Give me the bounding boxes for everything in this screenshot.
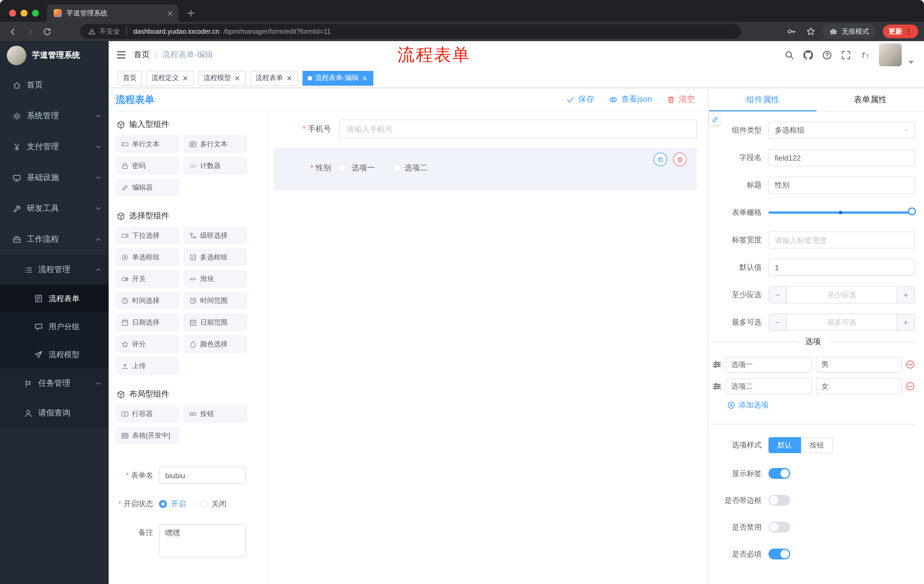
field-name-input[interactable] — [769, 149, 915, 166]
decrease-button[interactable]: − — [769, 314, 787, 330]
component-chip-radio-group[interactable]: 单选框组 — [116, 248, 179, 266]
component-chip-rate[interactable]: 评分 — [116, 336, 179, 352]
sidebar-item-process-management[interactable]: 流程管理 — [0, 255, 109, 285]
sidebar-item-home[interactable]: 首页 — [0, 70, 109, 100]
fullscreen-icon[interactable] — [841, 50, 851, 60]
github-icon[interactable] — [804, 50, 813, 60]
sidebar-item-process-model[interactable]: 流程模型 — [0, 341, 109, 368]
option-style-default-button[interactable]: 默认 — [769, 437, 801, 453]
tab-close-icon[interactable] — [167, 10, 174, 17]
remove-option-icon[interactable] — [906, 382, 915, 391]
tag-process-model[interactable]: 流程模型 — [198, 71, 246, 86]
bookmark-icon[interactable] — [806, 27, 815, 36]
title-input[interactable] — [769, 176, 915, 194]
tab-component-props[interactable]: 组件属性 — [709, 88, 817, 111]
browser-tab[interactable]: 芋道管理系统 — [47, 5, 178, 22]
show-label-switch[interactable] — [769, 468, 790, 479]
checkbox-option-two[interactable]: 选项二 — [392, 163, 428, 173]
search-icon[interactable] — [784, 50, 794, 60]
phone-input[interactable] — [339, 119, 697, 139]
breadcrumb-home[interactable]: 首页 — [134, 50, 150, 60]
required-switch[interactable] — [769, 549, 790, 559]
tag-home[interactable]: 首页 — [118, 71, 142, 86]
reload-button[interactable] — [40, 25, 54, 38]
component-chip-button[interactable]: 按钮 — [183, 405, 247, 422]
sidebar-item-dev-tools[interactable]: 研发工具 — [0, 193, 109, 224]
component-chip-cascader[interactable]: 级联选择 — [183, 227, 247, 244]
sidebar-item-task-management[interactable]: 任务管理 — [0, 368, 109, 398]
close-icon[interactable] — [182, 74, 189, 81]
sidebar-toggle-button[interactable] — [109, 41, 134, 69]
view-json-button[interactable]: 查看json — [609, 94, 652, 105]
clear-button[interactable]: 清空 — [667, 94, 695, 105]
font-size-icon[interactable]: TT — [860, 50, 870, 60]
security-label[interactable]: 不安全 — [99, 26, 120, 36]
component-chip-upload[interactable]: 上传 — [116, 357, 179, 374]
close-icon[interactable] — [286, 74, 293, 81]
canvas-field-phone[interactable]: 手机号 — [274, 119, 697, 139]
add-option-button[interactable]: 添加选项 — [727, 400, 915, 410]
component-chip-row-container[interactable]: 行容器 — [116, 405, 179, 422]
default-value-input[interactable] — [769, 259, 915, 276]
max-select-input[interactable] — [787, 314, 896, 330]
component-type-select[interactable]: 多选框组 — [769, 122, 915, 139]
new-tab-icon[interactable] — [186, 8, 196, 18]
tag-process-definition[interactable]: 流程定义 — [146, 71, 194, 86]
back-button[interactable] — [6, 25, 20, 38]
label-width-input[interactable] — [769, 232, 915, 248]
save-button[interactable]: 保存 — [566, 94, 594, 105]
sidebar-item-process-form[interactable]: 流程表单 — [0, 285, 109, 313]
sidebar-item-user-group[interactable]: 用户分组 — [0, 313, 109, 341]
increase-button[interactable]: + — [896, 287, 914, 303]
drag-handle-icon[interactable] — [713, 382, 722, 391]
close-window-button[interactable] — [9, 10, 16, 16]
sidebar-item-leave-query[interactable]: 请假查询 — [0, 398, 109, 428]
option-1-label-input[interactable] — [726, 357, 812, 373]
tab-form-props[interactable]: 表单属性 — [817, 88, 924, 111]
option-2-label-input[interactable] — [726, 378, 812, 394]
avatar[interactable] — [879, 43, 902, 66]
increase-button[interactable]: + — [896, 314, 914, 330]
grid-slider[interactable] — [769, 204, 915, 221]
drag-handle-icon[interactable] — [713, 360, 722, 369]
tag-process-form[interactable]: 流程表单 — [251, 71, 298, 86]
component-chip-single-line-text[interactable]: 单行文本 — [116, 135, 179, 153]
component-chip-time-picker[interactable]: 时间选择 — [116, 292, 179, 309]
component-chip-password[interactable]: 密码 — [116, 157, 179, 174]
sidebar-item-infrastructure[interactable]: 基础设施 — [0, 162, 109, 193]
remove-option-icon[interactable] — [906, 360, 915, 369]
checkbox-box[interactable] — [392, 164, 400, 172]
delete-widget-button[interactable] — [673, 153, 687, 166]
sidebar-item-payment-management[interactable]: 支付管理 — [0, 132, 109, 162]
checkbox-box[interactable] — [339, 164, 347, 172]
help-icon[interactable] — [822, 50, 832, 60]
minimize-window-button[interactable] — [21, 10, 28, 16]
component-chip-multi-line-text[interactable]: 多行文本 — [183, 135, 247, 153]
form-name-input[interactable] — [159, 467, 246, 484]
radio-status-off[interactable]: 关闭 — [200, 499, 226, 509]
component-chip-editor[interactable]: 编辑器 — [116, 179, 179, 196]
password-manager-icon[interactable] — [787, 27, 796, 36]
address-bar[interactable]: 不安全 dashboard.yudao.iocoder.cn/bpm/manag… — [80, 24, 741, 39]
forward-button[interactable] — [23, 25, 36, 38]
component-chip-time-range[interactable]: 时间范围 — [183, 292, 247, 309]
component-chip-switch[interactable]: 开关 — [116, 270, 179, 288]
option-1-value-input[interactable] — [816, 357, 902, 373]
sidebar-item-workflow[interactable]: 工作流程 — [0, 224, 109, 255]
maximize-window-button[interactable] — [32, 10, 39, 16]
border-switch[interactable] — [769, 495, 790, 506]
decrease-button[interactable]: − — [769, 287, 787, 303]
avatar-caret-icon[interactable] — [906, 57, 916, 67]
browser-menu-icon[interactable] — [904, 28, 912, 35]
canvas-field-gender-selected[interactable]: 性别 选项一 选项二 — [274, 148, 697, 190]
option-2-value-input[interactable] — [816, 378, 902, 394]
checkbox-option-one[interactable]: 选项一 — [339, 163, 375, 173]
min-select-input[interactable] — [787, 287, 896, 303]
component-chip-date-range[interactable]: 日期范围 — [183, 314, 247, 331]
data-bind-button[interactable] — [709, 114, 721, 125]
close-icon[interactable] — [361, 74, 368, 81]
slider-handle[interactable] — [908, 207, 916, 216]
component-chip-checkbox-group[interactable]: 多选框组 — [183, 248, 247, 266]
component-chip-date-picker[interactable]: 日期选择 — [116, 314, 179, 331]
component-chip-select[interactable]: 下拉选择 — [116, 227, 179, 244]
